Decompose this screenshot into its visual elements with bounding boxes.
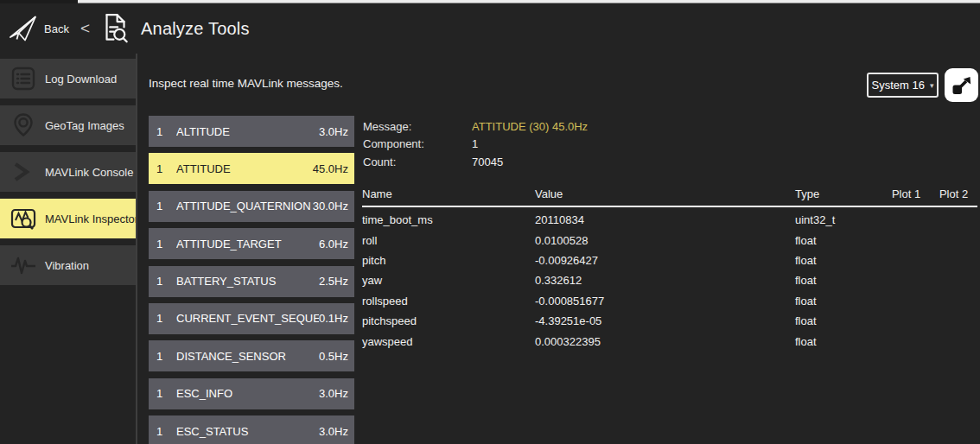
- column-header-name: Name: [362, 187, 535, 201]
- message-row[interactable]: 1 CURRENT_EVENT_SEQUENCE 0.1Hz: [149, 303, 354, 334]
- column-header-type: Type: [795, 187, 882, 201]
- message-name: ATTITUDE: [176, 162, 313, 175]
- fields-table-header: Name Value Type Plot 1 Plot 2: [362, 187, 977, 207]
- message-rate: 6.0Hz: [319, 238, 348, 251]
- message-rate: 3.0Hz: [319, 387, 348, 400]
- message-name: ATTITUDE_TARGET: [176, 238, 319, 251]
- message-detail-info: Message: ATTITUDE (30) 45.0Hz Component:…: [363, 117, 588, 171]
- info-value: ATTITUDE (30) 45.0Hz: [472, 120, 588, 133]
- message-name: BATTERY_STATUS: [176, 275, 319, 288]
- paper-plane-icon[interactable]: [7, 13, 38, 44]
- system-select[interactable]: System 16 ▾: [867, 73, 939, 98]
- message-system-id: 1: [156, 238, 176, 251]
- field-name: time_boot_ms: [362, 213, 535, 226]
- message-list: 1 ALTITUDE 3.0Hz 1 ATTITUDE 45.0Hz 1 ATT…: [149, 116, 354, 444]
- expand-icon: [950, 73, 973, 97]
- message-row[interactable]: 1 ESC_STATUS 3.0Hz: [149, 415, 354, 444]
- field-type: float: [795, 254, 882, 267]
- message-system-id: 1: [156, 387, 176, 400]
- message-system-id: 1: [156, 425, 176, 438]
- message-row[interactable]: 1 DISTANCE_SENSOR 0.5Hz: [149, 340, 354, 371]
- info-row: Component: 1: [363, 136, 588, 154]
- field-row: pitch -0.00926427 float: [362, 251, 977, 270]
- toolbar: Back < Analyze Tools: [0, 3, 980, 54]
- info-row: Count: 70045: [363, 153, 588, 171]
- message-row[interactable]: 1 ESC_INFO 3.0Hz: [149, 378, 354, 409]
- map-pin-icon: [9, 111, 38, 140]
- pulse-icon: [9, 251, 38, 280]
- field-name: pitch: [362, 254, 535, 267]
- sidebar-item-label: MAVLink Console: [45, 166, 133, 179]
- page-title: Analyze Tools: [141, 19, 250, 39]
- back-button[interactable]: Back: [44, 22, 69, 35]
- sidebar-divider: [136, 54, 137, 444]
- message-name: CURRENT_EVENT_SEQUENCE: [176, 312, 319, 325]
- message-name: ESC_STATUS: [176, 425, 319, 438]
- field-row: yaw 0.332612 float: [362, 270, 977, 290]
- sidebar-item-label: Log Download: [45, 73, 117, 86]
- dropdown-caret-icon: ▾: [930, 81, 934, 90]
- field-type: float: [795, 274, 882, 287]
- fields-table-rows: time_boot_ms 20110834 uint32_t roll 0.01…: [362, 210, 977, 352]
- message-row[interactable]: 1 ATTITUDE_TARGET 6.0Hz: [149, 228, 354, 259]
- field-row: yawspeed 0.000322395 float: [362, 331, 977, 351]
- message-name: ESC_INFO: [176, 387, 319, 400]
- field-name: yawspeed: [362, 335, 535, 348]
- sidebar-item-vibration[interactable]: Vibration: [0, 245, 136, 285]
- info-label: Message:: [363, 120, 472, 133]
- sidebar-item-mavlink-console[interactable]: MAVLink Console: [0, 152, 136, 192]
- breadcrumb-separator: <: [80, 19, 90, 38]
- fields-table: Name Value Type Plot 1 Plot 2 time_boot_…: [362, 187, 977, 352]
- field-type: float: [795, 234, 882, 247]
- message-row[interactable]: 1 ATTITUDE_QUATERNION 30.0Hz: [149, 191, 354, 222]
- message-row[interactable]: 1 BATTERY_STATUS 2.5Hz: [149, 266, 354, 297]
- system-select-value: System 16: [872, 79, 925, 92]
- info-row: Message: ATTITUDE (30) 45.0Hz: [363, 117, 588, 136]
- message-rate: 45.0Hz: [313, 162, 348, 175]
- message-rate: 3.0Hz: [319, 125, 348, 138]
- expand-button[interactable]: [945, 68, 978, 102]
- field-name: roll: [362, 234, 535, 247]
- message-system-id: 1: [156, 200, 176, 212]
- message-system-id: 1: [156, 162, 176, 175]
- chevron-right-icon: [9, 157, 38, 187]
- waveform-magnifier-icon: [9, 204, 38, 233]
- field-row: rollspeed -0.000851677 float: [362, 291, 977, 311]
- message-rate: 0.1Hz: [319, 312, 348, 325]
- message-name: ALTITUDE: [176, 125, 319, 138]
- field-type: float: [795, 314, 882, 327]
- field-type: uint32_t: [795, 213, 882, 226]
- list-icon: [9, 64, 38, 93]
- message-row[interactable]: 1 ALTITUDE 3.0Hz: [149, 116, 354, 147]
- field-value: -0.00926427: [535, 254, 795, 267]
- sidebar-item-label: Vibration: [45, 259, 89, 272]
- info-value: 70045: [472, 155, 503, 168]
- message-rate: 2.5Hz: [319, 275, 348, 288]
- message-rate: 3.0Hz: [319, 425, 348, 438]
- intro-text: Inspect real time MAVLink messages.: [149, 77, 343, 90]
- column-header-value: Value: [535, 187, 795, 201]
- sidebar-item-mavlink-inspector[interactable]: MAVLink Inspector: [0, 199, 136, 238]
- info-label: Component:: [363, 137, 472, 150]
- sidebar-item-log-download[interactable]: Log Download: [0, 59, 136, 98]
- message-name: DISTANCE_SENSOR: [176, 350, 319, 363]
- field-value: 0.000322395: [535, 335, 795, 348]
- field-row: pitchspeed -4.39251e-05 float: [362, 311, 977, 331]
- field-value: -0.000851677: [535, 295, 795, 308]
- message-system-id: 1: [156, 312, 176, 325]
- field-type: float: [795, 335, 882, 348]
- column-header-plot2: Plot 2: [930, 187, 977, 201]
- message-system-id: 1: [156, 275, 176, 288]
- sidebar-item-geotag-images[interactable]: GeoTag Images: [0, 105, 136, 145]
- field-name: yaw: [362, 274, 535, 287]
- field-value: 0.332612: [535, 274, 795, 287]
- info-value: 1: [472, 137, 478, 150]
- message-system-id: 1: [156, 350, 176, 363]
- sidebar-item-label: GeoTag Images: [45, 119, 124, 132]
- field-value: 20110834: [535, 213, 795, 226]
- document-magnifier-icon: [98, 11, 132, 46]
- field-value: 0.0100528: [535, 234, 795, 247]
- field-value: -4.39251e-05: [535, 314, 795, 327]
- field-row: roll 0.0100528 float: [362, 230, 977, 250]
- message-row[interactable]: 1 ATTITUDE 45.0Hz: [149, 153, 354, 184]
